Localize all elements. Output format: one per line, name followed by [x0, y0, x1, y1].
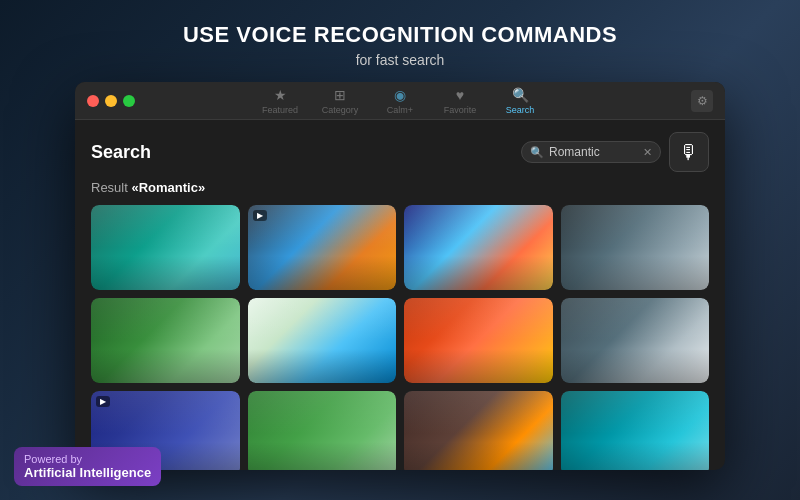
tab-featured[interactable]: ★ Featured	[260, 87, 300, 115]
sub-title: for fast search	[356, 52, 445, 68]
mic-icon: 🎙	[679, 141, 699, 164]
tab-category[interactable]: ⊞ Category	[320, 87, 360, 115]
grid-item-2[interactable]: ▶	[248, 205, 397, 290]
tab-featured-label: Featured	[262, 105, 298, 115]
play-icon: ▶	[257, 211, 263, 220]
header-right: 🔍 Romantic ✕ 🎙	[521, 132, 709, 172]
traffic-lights	[87, 95, 135, 107]
grid-item-3[interactable]	[404, 205, 553, 290]
content-header: Search 🔍 Romantic ✕ 🎙	[91, 132, 709, 172]
grid-item-6[interactable]	[248, 298, 397, 383]
maximize-button[interactable]	[123, 95, 135, 107]
tab-favorite-label: Favorite	[444, 105, 477, 115]
main-title: USE VOICE RECOGNITION COMMANDS	[183, 22, 617, 48]
tab-calm-label: Calm+	[387, 105, 413, 115]
grid-item-7[interactable]	[404, 298, 553, 383]
settings-button[interactable]: ⚙	[691, 90, 713, 112]
tab-search-label: Search	[506, 105, 535, 115]
page-title: Search	[91, 142, 151, 163]
app-window: ★ Featured ⊞ Category ◉ Calm+ ♥ Favorite…	[75, 82, 725, 470]
image-grid: ▶	[91, 205, 709, 470]
ai-badge-line1: Powered by	[24, 453, 151, 465]
search-input-value[interactable]: Romantic	[549, 145, 638, 159]
search-clear-button[interactable]: ✕	[643, 146, 652, 159]
tab-calm[interactable]: ◉ Calm+	[380, 87, 420, 115]
grid-item-11[interactable]	[404, 391, 553, 470]
ai-badge: Powered by Artificial Intelligence	[14, 447, 161, 486]
grid-item-4[interactable]	[561, 205, 710, 290]
ai-badge-line2: Artificial Intelligence	[24, 465, 151, 480]
search-bar-icon: 🔍	[530, 146, 544, 159]
tab-favorite[interactable]: ♥ Favorite	[440, 87, 480, 115]
nav-tabs: ★ Featured ⊞ Category ◉ Calm+ ♥ Favorite…	[260, 87, 540, 115]
result-query: «Romantic»	[131, 180, 205, 195]
play-badge-9: ▶	[96, 396, 110, 407]
tab-category-label: Category	[322, 105, 359, 115]
grid-item-5[interactable]	[91, 298, 240, 383]
settings-icon: ⚙	[697, 94, 708, 108]
close-button[interactable]	[87, 95, 99, 107]
result-label: Result «Romantic»	[91, 180, 709, 195]
play-badge-2: ▶	[253, 210, 267, 221]
minimize-button[interactable]	[105, 95, 117, 107]
play-icon-2: ▶	[100, 397, 106, 406]
grid-item-12[interactable]	[561, 391, 710, 470]
search-bar[interactable]: 🔍 Romantic ✕	[521, 141, 661, 163]
grid-item-10[interactable]	[248, 391, 397, 470]
top-section: USE VOICE RECOGNITION COMMANDS for fast …	[0, 0, 800, 90]
grid-item-1[interactable]	[91, 205, 240, 290]
tab-search[interactable]: 🔍 Search	[500, 87, 540, 115]
content-area: Search 🔍 Romantic ✕ 🎙 Result «Romantic»	[75, 120, 725, 470]
mic-button[interactable]: 🎙	[669, 132, 709, 172]
grid-item-8[interactable]	[561, 298, 710, 383]
